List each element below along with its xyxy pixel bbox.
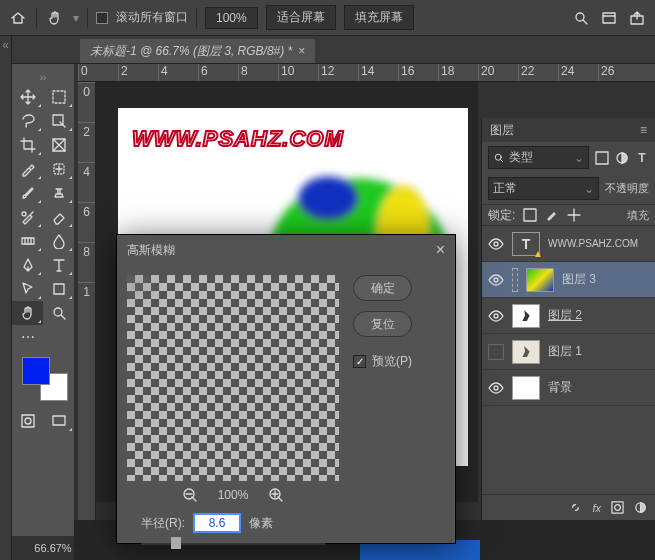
layer-row[interactable]: 图层 3 <box>482 262 655 298</box>
lock-position-icon[interactable] <box>567 208 581 222</box>
document-tabs: 未标题-1 @ 66.7% (图层 3, RGB/8#) * × <box>0 36 655 64</box>
svg-rect-3 <box>53 91 65 103</box>
svg-rect-13 <box>53 416 65 425</box>
frame-tool[interactable] <box>43 133 74 157</box>
toolbox-toggle-icon[interactable]: ›› <box>12 70 74 85</box>
mask-icon[interactable] <box>611 501 624 514</box>
quick-mask-icon[interactable] <box>12 409 43 433</box>
blur-tool[interactable] <box>43 229 74 253</box>
radius-input[interactable]: 8.6 <box>193 513 241 533</box>
layer-row[interactable]: 图层 2 <box>482 298 655 334</box>
preview-label: 预览(P) <box>372 353 412 370</box>
close-icon[interactable]: × <box>436 241 445 259</box>
layer-row[interactable]: 图层 1 <box>482 334 655 370</box>
ruler-horizontal: 02468101214161820222426 <box>78 64 655 82</box>
svg-rect-28 <box>612 502 623 513</box>
svg-point-35 <box>136 286 142 291</box>
type-tool[interactable] <box>43 253 74 277</box>
brush-tool[interactable] <box>12 181 43 205</box>
history-brush-tool[interactable] <box>12 205 43 229</box>
home-icon[interactable] <box>8 8 28 28</box>
fill-screen-button[interactable]: 填充屏幕 <box>344 5 414 30</box>
lock-pixels-icon[interactable] <box>523 208 537 222</box>
marquee-tool[interactable] <box>43 85 74 109</box>
scroll-all-checkbox[interactable] <box>96 12 108 24</box>
layers-tab[interactable]: 图层 <box>490 122 514 139</box>
adjust-icon[interactable] <box>634 501 647 514</box>
screen-mode-icon[interactable] <box>43 409 74 433</box>
view-icon[interactable] <box>599 8 619 28</box>
svg-point-12 <box>25 418 31 424</box>
crop-tool[interactable] <box>12 133 43 157</box>
lasso-tool[interactable] <box>12 109 43 133</box>
opacity-label: 不透明度 <box>605 181 649 196</box>
visibility-icon[interactable] <box>488 380 504 396</box>
radius-label: 半径(R): <box>141 515 185 532</box>
radius-slider[interactable] <box>141 537 325 551</box>
svg-point-29 <box>615 505 621 511</box>
zoom-in-icon[interactable] <box>268 487 284 503</box>
svg-rect-1 <box>603 13 615 23</box>
preview-checkbox[interactable]: ✓ <box>353 355 366 368</box>
visibility-icon[interactable] <box>488 236 504 252</box>
svg-point-7 <box>22 212 26 216</box>
shape-tool[interactable] <box>43 277 74 301</box>
eraser-tool[interactable] <box>43 205 74 229</box>
reset-button[interactable]: 复位 <box>353 311 412 337</box>
fill-label: 填充 <box>627 208 649 223</box>
zoom-field[interactable]: 100% <box>205 7 258 29</box>
visibility-icon[interactable] <box>488 344 504 360</box>
fx-icon[interactable]: fx <box>592 502 601 514</box>
preview-zoom: 100% <box>218 488 249 502</box>
svg-point-26 <box>494 314 498 318</box>
svg-rect-9 <box>54 284 64 294</box>
filter-type-icon[interactable]: T <box>635 151 649 165</box>
close-tab-icon[interactable]: × <box>298 44 305 58</box>
document-tab[interactable]: 未标题-1 @ 66.7% (图层 3, RGB/8#) * × <box>80 39 315 63</box>
panel-menu-icon[interactable]: ≡ <box>640 123 647 137</box>
share-icon[interactable] <box>627 8 647 28</box>
visibility-icon[interactable] <box>488 308 504 324</box>
gradient-tool[interactable] <box>12 229 43 253</box>
toolbox: ›› ⋯ <box>12 64 74 536</box>
path-select-tool[interactable] <box>12 277 43 301</box>
svg-rect-23 <box>524 209 536 221</box>
healing-tool[interactable] <box>43 157 74 181</box>
layer-row[interactable]: T▲ WWW.PSAHZ.COM <box>482 226 655 262</box>
move-tool[interactable] <box>12 85 43 109</box>
zoom-tool[interactable] <box>43 301 74 325</box>
mask-link-icon[interactable] <box>512 268 518 292</box>
zoom-out-icon[interactable] <box>182 487 198 503</box>
preview[interactable] <box>127 275 339 481</box>
filter-kind-select[interactable]: 类型⌄ <box>488 146 589 169</box>
layer-thumbnail <box>512 340 540 364</box>
color-swatches[interactable] <box>12 353 74 403</box>
ruler-vertical: 024681 <box>78 82 96 520</box>
link-layers-icon[interactable] <box>569 501 582 514</box>
clone-stamp-tool[interactable] <box>43 181 74 205</box>
dialog-title: 高斯模糊 <box>127 242 175 259</box>
zoom-level[interactable]: 66.67% <box>32 542 74 554</box>
lock-brush-icon[interactable] <box>545 208 559 222</box>
layer-row[interactable]: 背景 <box>482 370 655 406</box>
fit-screen-button[interactable]: 适合屏幕 <box>266 5 336 30</box>
scroll-all-label: 滚动所有窗口 <box>116 9 188 26</box>
svg-point-25 <box>494 278 498 282</box>
quick-select-tool[interactable] <box>43 109 74 133</box>
filter-image-icon[interactable] <box>595 151 609 165</box>
blend-mode-select[interactable]: 正常⌄ <box>488 177 599 200</box>
filter-adjust-icon[interactable] <box>615 151 629 165</box>
eyedropper-tool[interactable] <box>12 157 43 181</box>
layer-thumbnail <box>512 376 540 400</box>
hand-icon[interactable] <box>45 8 65 28</box>
edit-toolbar-icon[interactable]: ⋯ <box>12 325 43 349</box>
visibility-icon[interactable] <box>488 272 504 288</box>
hand-tool[interactable] <box>12 301 43 325</box>
ok-button[interactable]: 确定 <box>353 275 412 301</box>
foreground-swatch[interactable] <box>22 357 50 385</box>
svg-point-27 <box>494 386 498 390</box>
gaussian-blur-dialog: 高斯模糊 × 100% 半径(R): 8.6 <box>116 234 456 544</box>
svg-rect-11 <box>22 415 34 427</box>
pen-tool[interactable] <box>12 253 43 277</box>
search-icon[interactable] <box>571 8 591 28</box>
